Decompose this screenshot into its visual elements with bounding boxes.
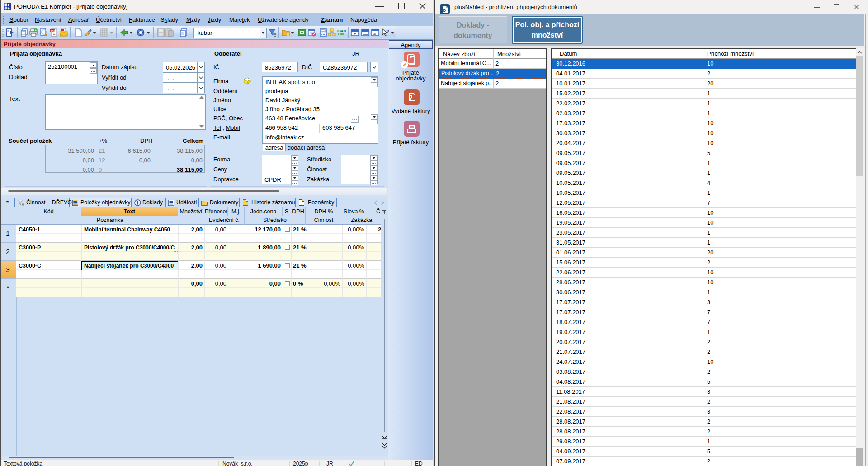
svg-text:IBAN: IBAN [337, 29, 346, 33]
svg-text:PDF: PDF [51, 30, 55, 33]
svg-text:?: ? [386, 29, 389, 34]
